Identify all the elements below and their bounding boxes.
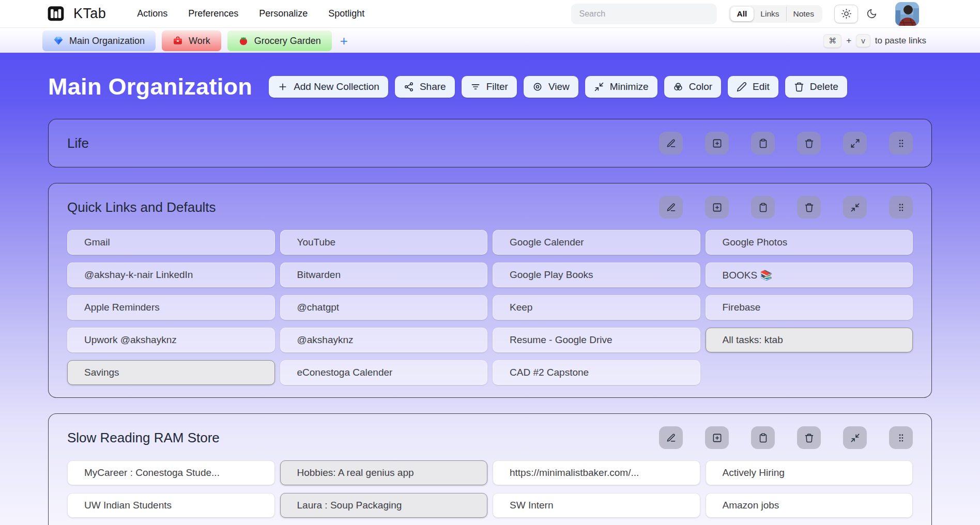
paste-hint: ⌘ + v to paste links	[823, 34, 926, 48]
trash-button[interactable]	[797, 132, 821, 155]
tab-main-organization[interactable]: Main Organization	[42, 30, 156, 51]
link-tile[interactable]: @chatgpt	[280, 295, 488, 320]
link-tile[interactable]: Resume - Google Drive	[493, 328, 700, 352]
scope-notes[interactable]: Notes	[786, 7, 821, 21]
note-tile[interactable]: Savings	[67, 360, 275, 385]
add-tab-button[interactable]	[705, 426, 729, 449]
link-tile[interactable]: inActively Hiring	[706, 460, 913, 485]
add-new-collection-button[interactable]: Add New Collection	[269, 76, 388, 98]
collection-actions	[659, 426, 913, 449]
link-tile[interactable]: Keep	[493, 295, 700, 320]
links-grid: GmailYouTube31Google CalenderGoogle Phot…	[67, 230, 913, 385]
grip-button[interactable]	[889, 196, 913, 219]
grip-button[interactable]	[889, 426, 913, 449]
trash-icon	[804, 138, 814, 148]
link-title: Google Play Books	[510, 269, 593, 281]
edit-button[interactable]: Edit	[728, 76, 778, 98]
link-tile[interactable]: eConestoga Calender	[280, 360, 488, 385]
link-title: MyCareer : Conestoga Stude...	[84, 467, 220, 478]
link-tile[interactable]: upUpwork @akshayknz	[67, 328, 275, 352]
link-title: Google Calender	[510, 237, 584, 248]
note-tile[interactable]: All tasks: ktab	[706, 328, 913, 352]
button-label: Delete	[810, 81, 838, 92]
link-tile[interactable]: 31Google Calender	[493, 230, 700, 255]
collection-header: Slow Reading RAM Store	[67, 426, 913, 449]
link-tile[interactable]: Google Play Books	[493, 262, 700, 287]
brand-name[interactable]: KTab	[73, 6, 106, 22]
menu-personalize[interactable]: Personalize	[259, 8, 308, 19]
note-tile[interactable]: Laura : Soup Packaging	[280, 493, 488, 518]
scope-all[interactable]: All	[730, 7, 754, 21]
trash-button[interactable]	[797, 196, 821, 219]
link-tile[interactable]: Firebase	[706, 295, 913, 320]
button-label: Minimize	[610, 81, 649, 92]
view-button[interactable]: View	[524, 76, 578, 98]
filter-icon	[470, 82, 481, 92]
clipboard-button[interactable]	[751, 196, 775, 219]
pen-button[interactable]	[659, 132, 683, 155]
menu-preferences[interactable]: Preferences	[188, 8, 238, 19]
collection-life: Life	[48, 119, 932, 167]
menu-spotlight[interactable]: Spotlight	[328, 8, 364, 19]
pen-button[interactable]	[659, 196, 683, 219]
link-tile[interactable]: Bitwarden	[280, 262, 488, 287]
link-tile[interactable]: Apple Reminders	[67, 295, 275, 320]
collapse-button[interactable]	[843, 426, 867, 449]
trash-button[interactable]	[797, 426, 821, 449]
add-tab-button[interactable]	[705, 132, 729, 155]
gem-icon	[53, 36, 64, 46]
note-title: All tasks: ktab	[723, 334, 783, 346]
pen-button[interactable]	[659, 426, 683, 449]
dark-mode-button[interactable]	[860, 5, 883, 23]
collapse-icon	[850, 433, 860, 443]
link-tile[interactable]: YouTube	[280, 230, 488, 255]
collapse-button[interactable]	[843, 196, 867, 219]
grip-button[interactable]	[889, 132, 913, 155]
expand-button[interactable]	[843, 132, 867, 155]
tab-work[interactable]: Work	[162, 30, 221, 51]
add-tab-button[interactable]	[705, 196, 729, 219]
link-tile[interactable]: inUW Indian Students	[67, 493, 275, 518]
search-input[interactable]	[571, 4, 717, 24]
menu-actions[interactable]: Actions	[137, 8, 167, 19]
link-tile[interactable]: BOOKS 📚	[706, 262, 913, 287]
tab-bar: Main OrganizationWorkGrocery Garden + ⌘ …	[0, 28, 980, 53]
note-tile[interactable]: Hobbies: A real genius app	[280, 460, 488, 485]
link-tile[interactable]: in@akshay-k-nair LinkedIn	[67, 262, 275, 287]
link-title: SW Intern	[510, 500, 553, 511]
link-tile[interactable]: Gmail	[67, 230, 275, 255]
expand-icon	[850, 138, 860, 148]
collection-title: Life	[67, 135, 89, 151]
scope-links[interactable]: Links	[754, 7, 786, 21]
link-tile[interactable]: SW Intern	[493, 493, 700, 518]
light-mode-button[interactable]	[834, 5, 858, 23]
link-tile[interactable]: MBhttps://minimalistbaker.com/...	[493, 460, 700, 485]
kanban-logo-icon[interactable]	[47, 6, 65, 22]
button-label: Color	[689, 81, 712, 92]
collection-title: Quick Links and Defaults	[67, 199, 216, 215]
clipboard-button[interactable]	[751, 132, 775, 155]
link-tile[interactable]: aAmazon jobs	[706, 493, 913, 518]
link-tile[interactable]: @akshayknz	[280, 328, 488, 352]
link-title: Upwork @akshayknz	[84, 334, 177, 346]
link-tile[interactable]: Google Photos	[706, 230, 913, 255]
user-avatar[interactable]	[895, 2, 919, 26]
clipboard-button[interactable]	[751, 426, 775, 449]
share-button[interactable]: Share	[395, 76, 455, 98]
button-label: Filter	[486, 81, 508, 92]
clipboard-icon	[758, 433, 768, 443]
tab-grocery-garden[interactable]: Grocery Garden	[227, 30, 332, 51]
pen-icon	[666, 138, 676, 148]
link-tile[interactable]: aMyCareer : Conestoga Stude...	[67, 460, 275, 485]
filter-button[interactable]: Filter	[462, 76, 517, 98]
button-label: Edit	[753, 81, 770, 92]
add-tab-button[interactable]: +	[340, 34, 348, 48]
delete-button[interactable]: Delete	[785, 76, 847, 98]
trash-icon	[804, 203, 814, 212]
minimize-button[interactable]: Minimize	[585, 76, 657, 98]
link-tile[interactable]: CAD #2 Capstone	[493, 360, 700, 385]
color-button[interactable]: Color	[664, 76, 721, 98]
edit-icon	[737, 82, 747, 92]
collection-actions	[659, 196, 913, 219]
color-icon	[673, 82, 683, 92]
